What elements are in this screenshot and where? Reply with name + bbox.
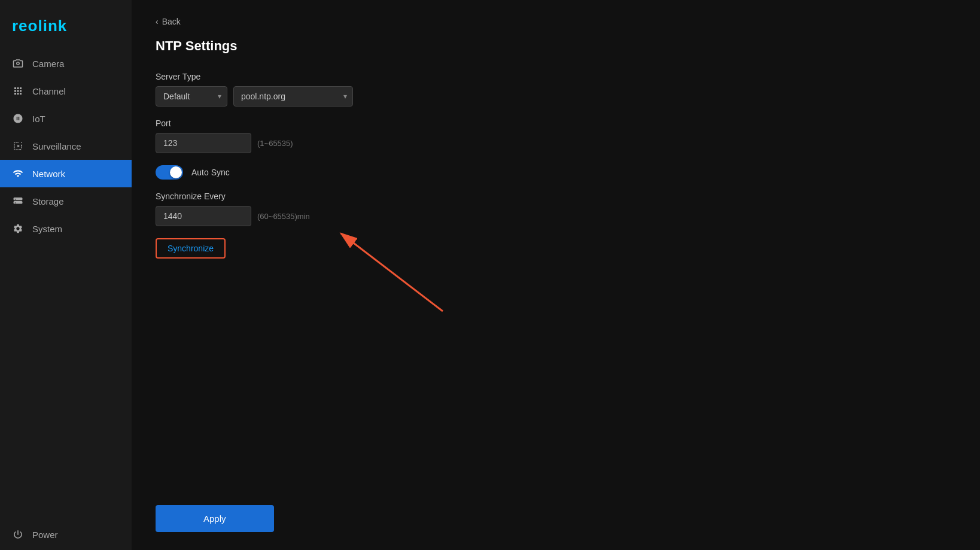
auto-sync-row: Auto Sync: [156, 165, 515, 180]
port-hint: (1~65535): [257, 139, 293, 148]
sidebar-item-surveillance[interactable]: Surveillance: [0, 132, 132, 160]
iot-icon: [12, 113, 24, 124]
server-type-row: Default Custom pool.ntp.org time.google.…: [156, 86, 515, 107]
sidebar-label-channel: Channel: [32, 86, 66, 96]
page-title: NTP Settings: [156, 38, 956, 54]
sidebar-item-channel[interactable]: Channel: [0, 77, 132, 105]
sidebar-item-network[interactable]: Network: [0, 160, 132, 187]
sidebar-label-power: Power: [32, 530, 58, 540]
sidebar-label-camera: Camera: [32, 59, 64, 69]
power-icon: [12, 528, 24, 540]
sidebar-item-system[interactable]: System: [0, 215, 132, 242]
channel-icon: [12, 85, 24, 97]
sync-every-label: Synchronize Every: [156, 192, 515, 201]
system-icon: [12, 223, 24, 235]
ntp-form: Server Type Default Custom pool.ntp.org …: [156, 72, 515, 271]
sidebar-label-surveillance: Surveillance: [32, 141, 81, 151]
server-type-label: Server Type: [156, 72, 515, 81]
server-type-default-wrapper: Default Custom: [156, 86, 227, 107]
apply-button[interactable]: Apply: [156, 505, 274, 532]
network-icon: [12, 168, 24, 180]
storage-icon: [12, 195, 24, 207]
auto-sync-label: Auto Sync: [191, 168, 230, 177]
toggle-knob: [170, 166, 182, 178]
main-content: ‹ Back NTP Settings Server Type Default …: [132, 0, 980, 550]
sidebar-label-storage: Storage: [32, 196, 64, 206]
apply-btn-container: Apply: [156, 505, 274, 532]
sync-every-row: (60~65535)min: [156, 206, 515, 226]
logo-text: reolink: [12, 17, 67, 35]
back-chevron-icon: ‹: [156, 17, 159, 26]
sync-every-input[interactable]: [156, 206, 251, 226]
camera-icon: [12, 57, 24, 69]
sidebar-item-iot[interactable]: IoT: [0, 105, 132, 132]
ntp-server-wrapper: pool.ntp.org time.google.com time.window…: [233, 86, 353, 107]
logo: reolink: [0, 6, 132, 50]
port-label: Port: [156, 118, 515, 128]
synchronize-button[interactable]: Synchronize: [156, 238, 226, 259]
sidebar-item-camera[interactable]: Camera: [0, 50, 132, 77]
sidebar-label-system: System: [32, 224, 62, 234]
server-type-select[interactable]: Default Custom: [156, 86, 227, 107]
port-row: (1~65535): [156, 133, 515, 153]
back-label: Back: [162, 17, 181, 26]
back-link[interactable]: ‹ Back: [156, 17, 956, 26]
sidebar-label-network: Network: [32, 169, 65, 179]
sidebar-item-storage[interactable]: Storage: [0, 187, 132, 215]
port-input[interactable]: [156, 133, 251, 153]
power-item[interactable]: Power: [0, 519, 132, 550]
surveillance-icon: [12, 140, 24, 152]
ntp-server-select[interactable]: pool.ntp.org time.google.com time.window…: [233, 86, 353, 107]
sidebar: reolink Camera Channel IoT Surveillance …: [0, 0, 132, 550]
sidebar-label-iot: IoT: [32, 114, 45, 124]
auto-sync-toggle[interactable]: [156, 165, 183, 180]
sync-every-hint: (60~65535)min: [257, 212, 310, 221]
